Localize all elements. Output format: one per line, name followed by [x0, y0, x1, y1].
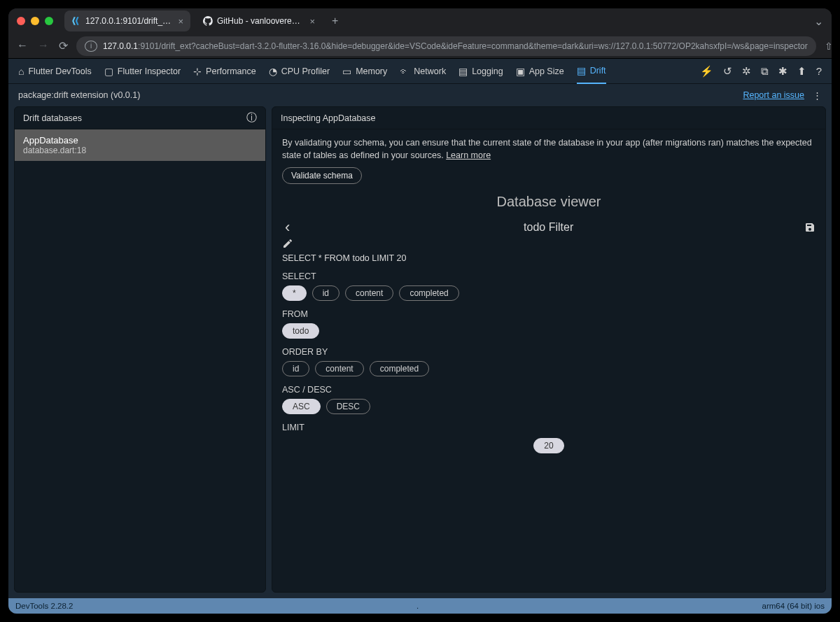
- browser-tab-title: 127.0.0.1:9101/drift_ext?cach…: [85, 16, 171, 26]
- database-name: AppDatabase: [23, 135, 257, 146]
- tab-network[interactable]: ᯤNetwork: [400, 59, 446, 84]
- chips-select: * id content completed: [282, 285, 816, 301]
- panel-body: By validating your schema, you can ensur…: [272, 129, 825, 592]
- help-icon[interactable]: ?: [816, 65, 822, 78]
- tab-performance[interactable]: ⊹Performance: [193, 59, 256, 84]
- section-label-from: FROM: [282, 309, 816, 319]
- window-close-icon[interactable]: [17, 17, 25, 25]
- address-bar: ← → ⟳ i 127.0.0.1:9101/drift_ext?cacheBu…: [8, 34, 832, 59]
- bug-icon[interactable]: ✱: [778, 65, 788, 78]
- section-label-select: SELECT: [282, 271, 816, 281]
- filter-header-row: ‹ todo Filter: [282, 218, 816, 236]
- url-text: 127.0.0.1:9101/drift_ext?cacheBust=dart-…: [103, 41, 808, 51]
- chip-todo[interactable]: todo: [282, 323, 319, 339]
- section-label-limit: LIMIT: [282, 423, 816, 432]
- memory-icon: ▭: [342, 66, 351, 77]
- history-icon[interactable]: ↺: [723, 65, 732, 78]
- log-icon: ▤: [458, 66, 468, 77]
- reload-icon[interactable]: ⟳: [59, 39, 68, 52]
- kebab-icon[interactable]: ⋮: [813, 90, 822, 101]
- extension-icon[interactable]: ⧉: [761, 65, 769, 78]
- browser-actions: ⇧ ☆ ◧ ◯ 更新 ⋮: [825, 32, 832, 60]
- limit-row: 20: [282, 438, 816, 453]
- database-icon: ▤: [577, 65, 586, 76]
- browser-window: 127.0.0.1:9101/drift_ext?cach… × GitHub …: [8, 8, 832, 614]
- info-icon[interactable]: ⓘ: [246, 111, 257, 125]
- browser-tab-bar: 127.0.0.1:9101/drift_ext?cach… × GitHub …: [8, 8, 832, 34]
- edit-icon[interactable]: [282, 238, 816, 249]
- chip-asc[interactable]: ASC: [282, 399, 321, 414]
- validate-schema-button[interactable]: Validate schema: [282, 167, 362, 184]
- chip-star[interactable]: *: [282, 285, 307, 301]
- chip-limit-value[interactable]: 20: [533, 438, 564, 453]
- status-bar: DevTools 2.28.2 . arm64 (64 bit) ios: [8, 598, 832, 614]
- perf-icon: ⊹: [193, 66, 202, 77]
- back-icon[interactable]: ←: [17, 39, 28, 52]
- close-icon[interactable]: ×: [309, 16, 315, 27]
- devtools-version: DevTools 2.28.2: [15, 602, 73, 610]
- devtools-favicon-icon: [71, 16, 81, 26]
- panels: Drift databases ⓘ AppDatabase database.d…: [8, 106, 832, 598]
- panel-header: Drift databases ⓘ: [15, 107, 265, 129]
- chevron-left-icon[interactable]: ‹: [282, 218, 293, 236]
- devtools-page: ⌂Flutter DevTools ▢Flutter Inspector ⊹Pe…: [8, 59, 832, 614]
- query-text: SELECT * FROM todo LIMIT 20: [282, 253, 816, 263]
- chips-ascdesc: ASC DESC: [282, 399, 816, 414]
- devtools-actions: ⚡ ↺ ✲ ⧉ ✱ ⬆ ?: [700, 65, 822, 78]
- github-favicon-icon: [203, 16, 213, 26]
- browser-tab-title: GitHub - vanlooverenkoen/db…: [217, 16, 302, 26]
- tab-logging[interactable]: ▤Logging: [458, 59, 503, 84]
- tab-flutter-inspector[interactable]: ▢Flutter Inspector: [104, 59, 181, 84]
- viewer-title: Database viewer: [282, 194, 816, 210]
- learn-more-link[interactable]: Learn more: [446, 150, 491, 160]
- section-label-ascdesc: ASC / DESC: [282, 385, 816, 395]
- gear-icon[interactable]: ✲: [742, 65, 751, 78]
- tab-flutter-devtools[interactable]: ⌂Flutter DevTools: [18, 59, 92, 84]
- package-icon: ▣: [516, 66, 525, 77]
- bolt-icon[interactable]: ⚡: [700, 65, 713, 78]
- save-icon[interactable]: [804, 222, 816, 233]
- package-title: package:drift extension (v0.0.1): [18, 90, 140, 100]
- status-center: .: [73, 602, 762, 610]
- browser-tab-0[interactable]: 127.0.0.1:9101/drift_ext?cach… ×: [64, 10, 190, 31]
- chevron-down-icon[interactable]: ⌄: [814, 15, 823, 28]
- window-maximize-icon[interactable]: [45, 17, 53, 25]
- new-tab-icon[interactable]: +: [328, 15, 342, 27]
- chip-id[interactable]: id: [312, 285, 340, 301]
- share-icon[interactable]: ⇧: [825, 41, 832, 52]
- tab-memory[interactable]: ▭Memory: [342, 59, 387, 84]
- database-item[interactable]: AppDatabase database.dart:18: [15, 129, 265, 161]
- chip-content[interactable]: content: [315, 361, 363, 376]
- wifi-icon: ᯤ: [400, 66, 410, 77]
- devtools-tabs: ⌂Flutter DevTools ▢Flutter Inspector ⊹Pe…: [8, 59, 832, 84]
- validation-description: By validating your schema, you can ensur…: [282, 136, 816, 162]
- site-info-icon[interactable]: i: [85, 41, 97, 52]
- tab-app-size[interactable]: ▣App Size: [516, 59, 564, 84]
- home-icon: ⌂: [18, 66, 24, 77]
- tab-cpu-profiler[interactable]: ◔CPU Profiler: [269, 59, 330, 84]
- tab-drift[interactable]: ▤Drift: [577, 59, 606, 84]
- window-minimize-icon[interactable]: [31, 17, 39, 25]
- edit-row: [282, 238, 816, 249]
- url-field[interactable]: i 127.0.0.1:9101/drift_ext?cacheBust=dar…: [76, 36, 816, 56]
- chip-completed[interactable]: completed: [399, 285, 458, 301]
- browser-tab-1[interactable]: GitHub - vanlooverenkoen/db… ×: [196, 10, 322, 31]
- database-location: database.dart:18: [23, 146, 257, 155]
- inspecting-panel: Inspecting AppDatabase By validating you…: [272, 106, 826, 593]
- panel-header: Inspecting AppDatabase: [272, 107, 825, 129]
- report-issue-link[interactable]: Report an issue: [743, 90, 804, 100]
- chip-completed[interactable]: completed: [370, 361, 429, 376]
- drift-databases-panel: Drift databases ⓘ AppDatabase database.d…: [14, 106, 266, 593]
- section-label-orderby: ORDER BY: [282, 347, 816, 357]
- upload-icon[interactable]: ⬆: [797, 65, 806, 78]
- filter-title: todo Filter: [293, 221, 804, 234]
- close-icon[interactable]: ×: [178, 16, 183, 27]
- chip-content[interactable]: content: [345, 285, 393, 301]
- window-controls: [17, 17, 53, 25]
- chip-desc[interactable]: DESC: [326, 399, 370, 414]
- nav-controls: ← → ⟳: [17, 39, 68, 52]
- phone-icon: ▢: [104, 66, 113, 77]
- forward-icon[interactable]: →: [38, 39, 49, 52]
- platform-info: arm64 (64 bit) ios: [762, 602, 825, 610]
- chip-id[interactable]: id: [282, 361, 309, 376]
